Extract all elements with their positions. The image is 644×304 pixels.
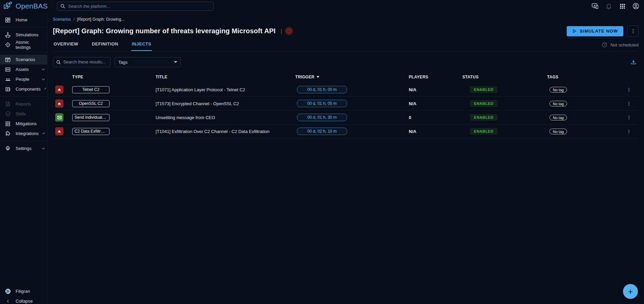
- inject-tag-chip: No tag: [549, 115, 567, 120]
- topbar: OpenBAS: [0, 0, 644, 12]
- inject-trigger-chip: 00 d, 01 h, 30 m: [297, 114, 347, 121]
- inject-tag-chip: No tag: [549, 129, 567, 134]
- simulate-now-button[interactable]: SIMULATE NOW: [567, 26, 623, 36]
- plus-icon: +: [628, 287, 633, 296]
- sidebar-item-label: Assets: [16, 67, 29, 72]
- inject-type-chip: Telnet C2: [72, 86, 109, 93]
- openbas-logo[interactable]: OpenBAS: [0, 2, 47, 11]
- tab-injects[interactable]: INJECTS: [131, 38, 152, 51]
- inject-status-badge: ENABLED: [470, 114, 498, 121]
- inject-trigger-chip: 00 d, 01 h, 05 m: [297, 100, 347, 107]
- filigran-link[interactable]: Filigran: [0, 286, 47, 296]
- sidebar-item-label: Settings: [16, 146, 32, 151]
- table-header: TYPE TITLE TRIGGER PLAYERS STATUS TAGS: [53, 71, 639, 83]
- inject-tag-chip: No tag: [549, 87, 567, 93]
- breadcrumb-current: [Report] Graph: Growing...: [77, 17, 125, 22]
- dashboard-icon: [4, 17, 11, 23]
- logo-text: OpenBAS: [16, 2, 48, 10]
- filigran-label: Filigran: [16, 289, 30, 294]
- gear-icon: [4, 145, 11, 152]
- tab-overview[interactable]: OVERVIEW: [53, 38, 79, 51]
- breadcrumb-separator: /: [73, 17, 74, 22]
- vertical-dots-icon: [626, 129, 631, 134]
- column-header-type[interactable]: TYPE: [69, 75, 156, 79]
- inject-players: N/A: [409, 101, 462, 106]
- row-menu-button[interactable]: [624, 126, 634, 136]
- chevron-down-icon: [42, 132, 45, 134]
- chevron-down-icon: [44, 88, 46, 90]
- search-icon: [60, 3, 65, 9]
- column-header-players[interactable]: PLAYERS: [409, 75, 462, 79]
- breadcrumb-scenarios-link[interactable]: Scenarios: [53, 17, 71, 22]
- sidebar-item-settings[interactable]: Settings: [0, 144, 47, 153]
- device-analytics-icon[interactable]: [591, 2, 599, 10]
- inject-title: [T1573] Encrypted Channel - OpenSSL C2: [156, 101, 295, 106]
- sidebar-item-assets[interactable]: Assets: [0, 64, 47, 74]
- injects-table: TYPE TITLE TRIGGER PLAYERS STATUS TAGS: [53, 71, 639, 138]
- sidebar-item-scenarios[interactable]: Scenarios: [0, 55, 47, 64]
- target-icon: [4, 41, 11, 48]
- openbas-logo-icon: [3, 2, 14, 11]
- sidebar-item-atomic-testings[interactable]: Atomic testings: [0, 40, 47, 50]
- inject-row[interactable]: Send individual ma... Unsettling message…: [53, 111, 639, 125]
- chevron-down-icon: [42, 68, 45, 70]
- page-title: [Report] Graph: Growing number of threat…: [53, 27, 276, 35]
- sidebar-item-people[interactable]: People: [0, 74, 47, 84]
- column-header-status[interactable]: STATUS: [462, 75, 547, 79]
- tab-definition[interactable]: DEFINITION: [91, 38, 119, 51]
- platform-search[interactable]: [57, 2, 214, 11]
- platform-search-input[interactable]: [68, 4, 210, 9]
- groups-icon: [4, 76, 11, 83]
- inject-row[interactable]: Telnet C2 [T1071] Application Layer Prot…: [53, 83, 639, 97]
- results-search-input[interactable]: [63, 60, 107, 64]
- breadcrumb: Scenarios / [Report] Graph: Growing...: [53, 17, 639, 22]
- export-download-icon[interactable]: [628, 57, 639, 67]
- inject-title: [T1071] Application Layer Protocol - Tel…: [156, 87, 295, 92]
- row-menu-button[interactable]: [624, 84, 634, 95]
- results-search[interactable]: [53, 57, 110, 67]
- column-header-title[interactable]: TITLE: [156, 75, 295, 79]
- sidebar-divider: [0, 27, 47, 27]
- column-header-tags[interactable]: TAGS: [547, 75, 624, 79]
- account-circle-icon[interactable]: [632, 2, 640, 10]
- column-header-trigger[interactable]: TRIGGER: [295, 75, 409, 79]
- inject-row[interactable]: OpenSSL C2 [T1573] Encrypted Channel - O…: [53, 97, 639, 111]
- dns-icon: [4, 120, 11, 127]
- inject-row[interactable]: C2 Data Exfiltration [T1041] Exfiltratio…: [53, 125, 639, 138]
- newspaper-icon: [4, 86, 11, 93]
- add-inject-fab[interactable]: +: [623, 284, 638, 299]
- tags-filter-select[interactable]: Tags: [115, 57, 181, 67]
- row-menu-button[interactable]: [624, 112, 634, 122]
- title-row: [Report] Graph: Growing number of threat…: [53, 25, 639, 37]
- caldera-inject-icon: [55, 86, 63, 94]
- sidebar-item-components[interactable]: Components: [0, 84, 47, 94]
- sidebar-item-simulations[interactable]: Simulations: [0, 30, 47, 40]
- filigran-logo-icon: [4, 288, 11, 295]
- sidebar-item-label: Atomic testings: [16, 40, 44, 50]
- sidebar-item-integrations[interactable]: Integrations: [0, 129, 47, 138]
- sidebar-item-home[interactable]: Home: [0, 15, 47, 25]
- vertical-dots-icon: [630, 28, 636, 34]
- scenario-menu-button[interactable]: [627, 25, 639, 37]
- inject-tag-chip: No tag: [549, 101, 567, 107]
- chevron-down-icon: [42, 77, 45, 80]
- notifications-bell-icon[interactable]: [605, 2, 613, 10]
- title-divider: |: [281, 28, 282, 35]
- collapse-button[interactable]: Collapse: [0, 296, 47, 304]
- apps-grid-icon[interactable]: [618, 2, 626, 10]
- sidebar-item-label: Mitigations: [16, 121, 37, 126]
- inject-title: [T1041] Exfiltration Over C2 Channel - C…: [156, 129, 295, 134]
- sidebar-item-skills: Skills: [0, 109, 47, 119]
- search-icon: [56, 60, 61, 65]
- chevron-left-icon: [4, 298, 11, 304]
- inject-type-chip: C2 Data Exfiltration: [72, 128, 109, 135]
- sidebar: Home Simulations Atomic testin: [0, 12, 47, 304]
- sidebar-divider: [0, 141, 47, 141]
- row-menu-button[interactable]: [624, 98, 634, 109]
- inject-players: N/A: [409, 129, 462, 134]
- sidebar-item-mitigations[interactable]: Mitigations: [0, 119, 47, 129]
- sidebar-item-label: Components: [16, 87, 41, 92]
- email-inject-icon: [55, 113, 63, 121]
- inject-trigger-chip: 00 d, 01 h, 00 m: [297, 86, 347, 93]
- inject-players: N/A: [409, 87, 462, 92]
